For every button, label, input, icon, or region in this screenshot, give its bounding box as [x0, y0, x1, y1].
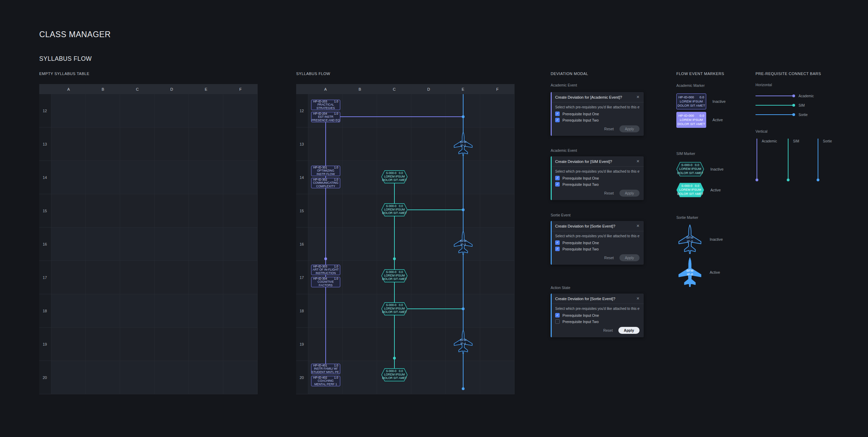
row-number: 13	[296, 127, 308, 160]
row-number: 14	[39, 161, 51, 194]
academic-event-node[interactable]: HP-ID-3021.0 COMMUNICATING COMPLEXITY	[311, 178, 340, 188]
checkbox-prerequisite-one[interactable]	[555, 176, 560, 180]
row-number: 16	[296, 228, 308, 261]
apply-button[interactable]: Apply	[618, 327, 640, 334]
sortie-event-node[interactable]: BFMIP-4	[450, 329, 476, 354]
modal-description: Select which pre-requisites you'd like a…	[555, 307, 640, 311]
sim-event-node[interactable]: S-000-00.0 LOREM IPSUM DOLOR SIT AMET	[381, 170, 408, 183]
row-number: 12	[39, 94, 51, 127]
checkbox-prerequisite-one[interactable]	[555, 112, 560, 116]
close-icon[interactable]: ✕	[636, 224, 640, 228]
sim-event-node[interactable]: S-000-00.0 LOREM IPSUM DOLOR SIT AMET	[381, 269, 408, 282]
close-icon[interactable]: ✕	[636, 159, 640, 164]
apply-button[interactable]: Apply	[619, 190, 640, 197]
state-label: Inactive	[712, 99, 726, 104]
checkbox-label: Prerequisite Input Two	[562, 182, 599, 187]
node-title-line: INSTR FLOW	[311, 173, 340, 176]
grid-row-cells	[308, 194, 515, 227]
node-title-line: STUDENT MNTL PE..	[311, 371, 340, 374]
column-header: E	[189, 84, 223, 94]
node-title-line: COACHING	[311, 379, 340, 382]
legend-dot-sortie	[792, 113, 795, 116]
row-number: 20	[39, 361, 51, 394]
checkbox-prerequisite-one[interactable]	[555, 240, 560, 245]
close-icon[interactable]: ✕	[636, 296, 640, 301]
node-title-line: OPTIMIZING	[311, 169, 340, 172]
deviation-modal-academic: Create Deviation for [Academic Event]? ✕…	[551, 92, 644, 136]
node-title-line: BFM	[460, 140, 466, 144]
grid-row-cells	[51, 127, 258, 160]
node-title-line: DOLOR SIT AMET	[382, 212, 407, 215]
modal-accent-bar	[551, 92, 552, 136]
node-title-line: EST INSTR	[311, 115, 340, 118]
academic-event-node[interactable]: HP-ID-2031.0 PRACTICAL STRATEGIES	[311, 100, 340, 110]
legend-dot-academic	[756, 179, 758, 181]
academic-event-node[interactable]: HP-ID-3011.0 OPTIMIZING INSTR FLOW	[311, 166, 340, 176]
column-header: C	[120, 84, 155, 94]
sim-event-node[interactable]: S-000-00.0 LOREM IPSUM DOLOR SIT AMET	[381, 368, 408, 381]
node-title-line: BFM	[460, 239, 466, 243]
bar-legend-sim: SIM	[793, 139, 799, 143]
bar-legend-sim: SIM	[799, 104, 805, 107]
checkbox-label: Prerequisite Input One	[562, 241, 599, 245]
empty-syllabus-grid: A B C D E F 12 13 14 15 16 17 18 19 20	[39, 84, 258, 394]
reset-link[interactable]: Reset	[603, 328, 612, 332]
node-id: HP-ID-401	[313, 364, 327, 367]
flow-table-label: SYLLABUS FLOW	[296, 72, 330, 76]
node-id: HP-ID-303	[313, 265, 327, 268]
grid-row: 17	[39, 261, 258, 294]
node-title-line: INSTR FAMILI W/	[311, 367, 340, 370]
row-number: 16	[39, 228, 51, 261]
node-id: HP-ID-203	[313, 100, 327, 103]
checkbox-prerequisite-two[interactable]	[555, 319, 560, 324]
row-number: 17	[296, 261, 308, 294]
apply-button[interactable]: Apply	[619, 125, 640, 132]
sortie-event-node[interactable]: BFMIP-3	[450, 230, 476, 255]
column-header: B	[86, 84, 120, 94]
row-number: 15	[296, 194, 308, 227]
academic-event-node[interactable]: HP-ID-4021.0 COACHING MENTAL PERF 1	[311, 376, 340, 386]
state-label: Active	[710, 188, 721, 192]
row-number: 15	[39, 194, 51, 227]
checkbox-prerequisite-two[interactable]	[555, 118, 560, 122]
modal-group-label: Sortie Event	[551, 213, 570, 217]
sim-marker-active: S-000-00.0 LOREM IPSUM DOLOR SIT AMET	[676, 183, 704, 197]
grid-row: 16	[296, 228, 515, 261]
checkbox-prerequisite-one[interactable]	[555, 313, 560, 318]
grid-row-cells	[51, 94, 258, 127]
apply-button[interactable]: Apply	[619, 254, 640, 261]
deviation-section-label: DEVIATION MODAL	[551, 72, 588, 76]
modal-title: Create Deviation for [Sortie Event]?	[555, 297, 615, 301]
node-title-line: DOLOR SIT AMET	[382, 278, 407, 281]
checkbox-prerequisite-two[interactable]	[555, 182, 560, 187]
academic-event-node[interactable]: HP-ID-2041.0 EST INSTR PRESENCE AND EQ	[311, 112, 340, 122]
academic-event-node[interactable]: HP-ID-4011.0 INSTR FAMILI W/ STUDENT MNT…	[311, 364, 340, 374]
row-number: 19	[296, 328, 308, 361]
grid-row-cells	[308, 127, 515, 160]
node-title-line: BFM	[460, 338, 466, 342]
node-credit: 1.0	[334, 277, 338, 280]
node-title-line: ART OF IN-FLIGHT	[311, 268, 340, 271]
bar-legend-sortie: Sortie	[799, 113, 808, 117]
close-icon[interactable]: ✕	[636, 95, 640, 99]
checkbox-prerequisite-two[interactable]	[555, 247, 560, 251]
sortie-event-node[interactable]: BFMIP-2	[450, 131, 476, 156]
checkbox-label: Prerequisite Input One	[562, 112, 599, 116]
academic-event-node[interactable]: HP-ID-3041.0 COGNITIVE FACTORS	[311, 277, 340, 287]
reset-link[interactable]: Reset	[604, 256, 614, 260]
sim-event-node[interactable]: S-000-00.0 LOREM IPSUM DOLOR SIT AMET	[381, 302, 408, 315]
reset-link[interactable]: Reset	[604, 191, 614, 195]
grid-row: 12	[296, 94, 515, 127]
grid-row: 12	[39, 94, 258, 127]
grid-row-cells	[51, 261, 258, 294]
grid-row-cells	[308, 328, 515, 361]
grid-row-cells	[51, 194, 258, 227]
column-header: B	[343, 84, 377, 94]
bar-legend-sortie: Sortie	[823, 139, 832, 143]
column-header: A	[51, 84, 86, 94]
row-number: 17	[39, 261, 51, 294]
reset-link[interactable]: Reset	[604, 127, 614, 131]
node-id: HP-ID-204	[313, 112, 327, 115]
academic-event-node[interactable]: HP-ID-3031.0 ART OF IN-FLIGHT INSTRUCTIO…	[311, 265, 340, 275]
sim-event-node[interactable]: S-000-00.0 LOREM IPSUM DOLOR SIT AMET	[381, 203, 408, 216]
